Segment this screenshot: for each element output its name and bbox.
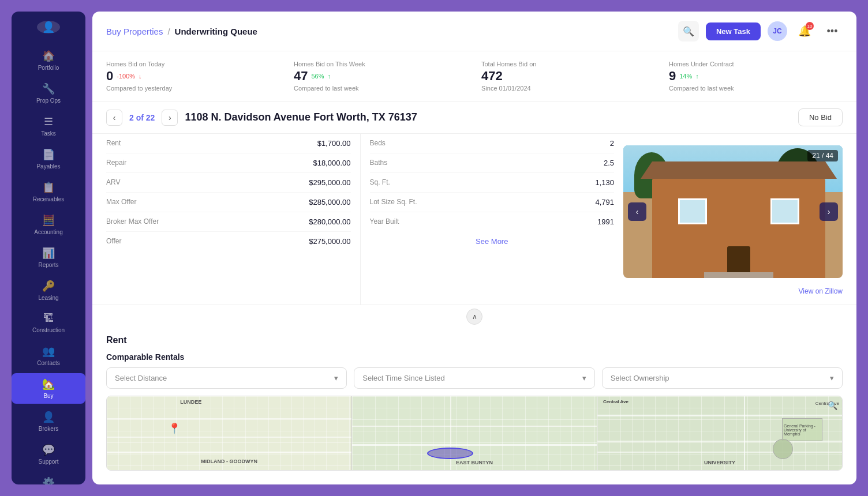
search-icon: 🔍 xyxy=(683,26,694,37)
sidebar-item-label: Buy xyxy=(43,393,53,399)
details-left: Rent$1,700.00Repair$18,000.00ARV$295,000… xyxy=(106,134,351,305)
stat-homes-week: Homes Bid on This Week 47 56% ↑ Compared… xyxy=(294,61,467,92)
map-2: EAST BUNTYN xyxy=(351,396,597,470)
sidebar-item-label: Leasing xyxy=(38,295,58,301)
new-task-button[interactable]: New Task xyxy=(706,22,761,40)
detail-label: Repair xyxy=(106,159,126,167)
distance-dropdown[interactable]: Select Distance ▾ xyxy=(106,367,347,389)
sidebar-item-tasks[interactable]: ☰ Tasks xyxy=(12,111,85,141)
app-logo[interactable]: 👤 xyxy=(37,21,60,33)
detail-label: ARV xyxy=(106,178,120,187)
header: Buy Properties / Underwriting Queue 🔍 Ne… xyxy=(92,12,856,51)
map2-oval-marker xyxy=(427,448,473,459)
detail-value: 4,791 xyxy=(595,198,614,206)
detail-label: Baths xyxy=(370,159,388,167)
header-actions: 🔍 New Task JC 🔔 10 ••• xyxy=(678,21,843,42)
stat-sub-1: Compared to last week xyxy=(294,85,467,92)
breadcrumb-parent[interactable]: Buy Properties xyxy=(106,27,163,36)
image-prev-button[interactable]: ‹ xyxy=(628,202,646,221)
detail-value: 2.5 xyxy=(604,159,614,167)
propops-icon: 🔧 xyxy=(42,82,55,95)
map3-label: UNIVERSITY xyxy=(704,460,735,465)
sidebar-item-accounting[interactable]: 🧮 Accounting xyxy=(12,209,85,240)
map3-parking-box: General Parking - University of Memphis xyxy=(782,418,822,441)
sidebar-item-label: Receivables xyxy=(33,196,64,202)
payables-icon: 📄 xyxy=(42,148,55,161)
detail-row-right: Year Built1991 xyxy=(370,212,615,231)
property-nav: ‹ 2 of 22 › 1108 N. Davidson Avenue Fort… xyxy=(92,102,856,134)
breadcrumb-current: Underwriting Queue xyxy=(175,27,257,36)
map1-label-midland: MIDLAND - GOODWYN xyxy=(201,459,257,464)
sidebar-item-support[interactable]: 💬 Support xyxy=(12,439,85,469)
stat-badge-0: -100% xyxy=(117,73,135,80)
sidebar-item-label: Construction xyxy=(32,327,65,333)
sidebar-item-label: Accounting xyxy=(34,229,62,235)
sidebar-item-brokers[interactable]: 👤 Brokers xyxy=(12,406,85,437)
distance-placeholder: Select Distance xyxy=(115,374,167,382)
collapse-button[interactable]: ∧ xyxy=(466,309,482,325)
next-property-button[interactable]: › xyxy=(162,110,178,126)
more-icon: ••• xyxy=(827,25,838,37)
property-detail-section: Rent$1,700.00Repair$18,000.00ARV$295,000… xyxy=(92,134,856,305)
map-1: MIDLAND - GOODWYN LUNDEE 📍 xyxy=(107,396,351,470)
detail-row-left: Repair$18,000.00 xyxy=(106,153,351,173)
detail-row-left: ARV$295,000.00 xyxy=(106,173,351,193)
sidebar-item-label: Contacts xyxy=(37,360,59,366)
sidebar-item-payables[interactable]: 📄 Payables xyxy=(12,144,85,174)
reports-icon: 📊 xyxy=(42,247,55,260)
detail-row-right: Baths2.5 xyxy=(370,153,615,173)
detail-value: $295,000.00 xyxy=(309,178,350,187)
ownership-dropdown[interactable]: Select Ownership ▾ xyxy=(602,367,843,389)
sidebar-item-label: Tasks xyxy=(41,130,56,137)
map3-search-icon[interactable]: 🔍 xyxy=(828,401,837,410)
notification-button[interactable]: 🔔 10 xyxy=(794,21,815,42)
stat-value-3: 9 xyxy=(669,69,676,84)
sidebar-item-buy[interactable]: 🏡 Buy xyxy=(12,373,85,404)
sidebar-item-label: Portfolio xyxy=(38,65,59,71)
detail-label: Max Offer xyxy=(106,198,136,206)
detail-row-right: Lot Size Sq. Ft.4,791 xyxy=(370,193,615,212)
receivables-icon: 📋 xyxy=(42,181,55,194)
tasks-icon: ☰ xyxy=(44,115,53,128)
sidebar: 👤 🏠 Portfolio 🔧 Prop Ops ☰ Tasks 📄 Payab… xyxy=(12,12,85,484)
maps-row: MIDLAND - GOODWYN LUNDEE 📍 EAST BUNTYN xyxy=(106,396,843,471)
detail-label: Sq. Ft. xyxy=(370,178,390,187)
details-right: Beds2Baths2.5Sq. Ft.1,130Lot Size Sq. Ft… xyxy=(360,134,615,305)
sidebar-item-reports[interactable]: 📊 Reports xyxy=(12,242,85,273)
sidebar-item-settings[interactable]: ⚙️ xyxy=(12,472,85,484)
time-listed-dropdown[interactable]: Select Time Since Listed ▾ xyxy=(354,367,594,389)
detail-label: Rent xyxy=(106,139,121,148)
sidebar-item-portfolio[interactable]: 🏠 Portfolio xyxy=(12,45,85,76)
stat-label-0: Homes Bid on Today xyxy=(106,61,280,67)
stat-sub-3: Compared to last week xyxy=(669,85,843,92)
map1-label-lundee: LUNDEE xyxy=(180,399,201,405)
zillow-link[interactable]: View on Zillow xyxy=(623,285,843,300)
chevron-down-icon-1: ▾ xyxy=(582,374,586,382)
chevron-down-icon-0: ▾ xyxy=(334,374,338,382)
brokers-icon: 👤 xyxy=(42,411,55,423)
no-bid-button[interactable]: No Bid xyxy=(798,108,843,126)
detail-value: $1,700.00 xyxy=(317,139,351,148)
see-more-button[interactable]: See More xyxy=(370,231,615,251)
prev-property-button[interactable]: ‹ xyxy=(106,110,122,126)
sidebar-item-label: Prop Ops xyxy=(36,97,61,104)
settings-icon: ⚙️ xyxy=(42,476,55,484)
more-button[interactable]: ••• xyxy=(822,21,843,42)
sidebar-item-receivables[interactable]: 📋 Receivables xyxy=(12,176,85,207)
image-next-button[interactable]: › xyxy=(820,202,838,221)
sidebar-item-leasing[interactable]: 🔑 Leasing xyxy=(12,275,85,306)
right-details-container: Beds2Baths2.5Sq. Ft.1,130Lot Size Sq. Ft… xyxy=(370,134,615,231)
stat-value-0: 0 xyxy=(106,69,113,84)
sidebar-item-propops[interactable]: 🔧 Prop Ops xyxy=(12,78,85,108)
detail-value: $285,000.00 xyxy=(309,198,350,206)
stat-homes-today: Homes Bid on Today 0 -100% ↓ Compared to… xyxy=(106,61,280,92)
stat-value-2: 472 xyxy=(481,69,503,84)
search-button[interactable]: 🔍 xyxy=(678,21,699,42)
property-image-section: 21 / 44 ‹ › View on Zillow xyxy=(623,138,843,300)
construction-icon: 🏗 xyxy=(43,313,54,325)
sidebar-item-contacts[interactable]: 👥 Contacts xyxy=(12,340,85,371)
stat-badge-3: 14% xyxy=(679,73,692,80)
sidebar-item-construction[interactable]: 🏗 Construction xyxy=(12,308,85,338)
sidebar-item-label: Reports xyxy=(38,262,58,268)
breadcrumb: Buy Properties / Underwriting Queue xyxy=(106,27,257,36)
